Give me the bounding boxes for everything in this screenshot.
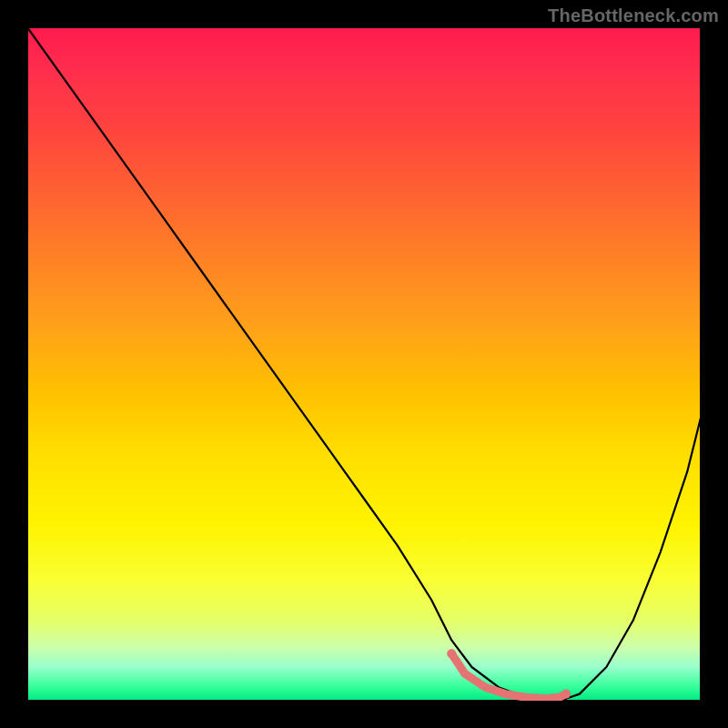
optimal-start — [447, 649, 456, 658]
attribution-text: TheBottleneck.com — [548, 5, 719, 26]
bottleneck-curve — [27, 27, 701, 699]
optimal-segment — [451, 653, 566, 699]
optimal-end — [561, 690, 571, 699]
chart-svg — [27, 27, 701, 701]
chart-container: TheBottleneck.com — [0, 0, 728, 728]
plot-border — [27, 27, 701, 701]
